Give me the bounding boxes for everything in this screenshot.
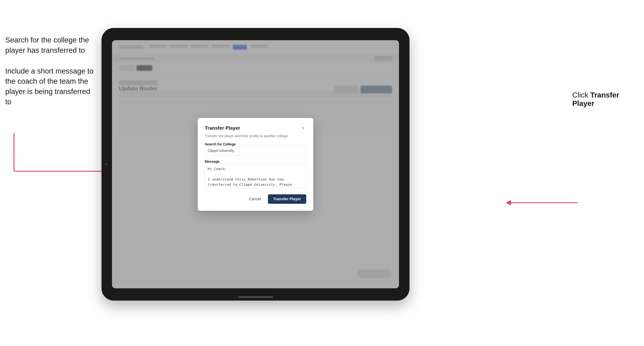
svg-marker-4: [506, 200, 511, 205]
modal-overlay: Transfer Player × Transfer the player an…: [112, 40, 399, 288]
modal-footer: Cancel Transfer Player: [205, 194, 306, 204]
tablet-frame: Update Roster Transfer Player × Transfer…: [102, 28, 410, 301]
modal-header: Transfer Player ×: [205, 125, 306, 131]
tablet-home-indicator: [238, 296, 273, 298]
annotation-search-text: Search for the college the player has tr…: [5, 35, 96, 56]
cancel-button[interactable]: Cancel: [246, 195, 264, 203]
modal-subtitle: Transfer the player and their profile to…: [205, 134, 306, 138]
annotation-click-text: Click Transfer Player: [572, 91, 639, 108]
search-college-input[interactable]: [205, 146, 306, 155]
annotation-right: Click Transfer Player: [572, 91, 639, 108]
message-textarea[interactable]: Hi Coach, I understand Chris Robertson h…: [205, 164, 306, 188]
tablet-screen: Update Roster Transfer Player × Transfer…: [112, 40, 399, 288]
search-college-label: Search for College: [205, 142, 236, 146]
tablet-camera: [105, 163, 108, 166]
annotation-click-bold: Transfer Player: [572, 91, 619, 107]
annotation-message-text: Include a short message to the coach of …: [5, 66, 96, 107]
annotation-left: Search for the college the player has tr…: [5, 35, 96, 118]
transfer-player-button[interactable]: Transfer Player: [268, 194, 306, 204]
transfer-player-modal: Transfer Player × Transfer the player an…: [198, 118, 313, 211]
message-label: Message: [205, 160, 220, 163]
modal-close-button[interactable]: ×: [300, 125, 306, 131]
modal-title: Transfer Player: [205, 125, 240, 131]
